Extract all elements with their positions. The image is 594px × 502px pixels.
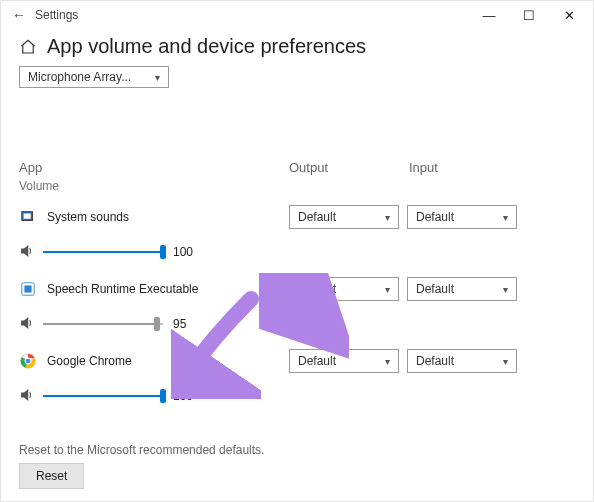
col-app-header: App [19,160,289,175]
speech-runtime-icon [19,280,37,298]
input-select-system-sounds[interactable]: Default▾ [407,205,517,229]
speaker-icon[interactable] [19,315,37,333]
chevron-down-icon: ▾ [503,284,508,295]
back-button[interactable]: ← [5,7,33,23]
app-name-label: System sounds [47,210,129,224]
volume-label: Volume [1,175,593,199]
col-output-header: Output [289,160,409,175]
page-title: App volume and device preferences [47,35,366,58]
app-name-label: Speech Runtime Executable [47,282,198,296]
chevron-down-icon: ▾ [385,356,390,367]
input-value: Default [416,210,454,224]
chevron-down-icon: ▾ [385,212,390,223]
slider-track[interactable] [43,316,163,332]
volume-slider-google-chrome[interactable]: 100 [19,387,575,405]
svg-rect-1 [24,213,31,218]
google-chrome-icon [19,352,37,370]
app-name: Settings [33,8,469,22]
slider-value: 100 [173,245,193,259]
chevron-down-icon: ▾ [503,356,508,367]
input-value: Default [416,282,454,296]
minimize-button[interactable]: — [469,8,509,23]
svg-point-5 [25,358,31,364]
column-headers: App Output Input [1,160,593,175]
svg-rect-3 [24,285,31,292]
speaker-icon[interactable] [19,243,37,261]
system-sounds-icon [19,208,37,226]
input-select-google-chrome[interactable]: Default▾ [407,349,517,373]
page-header: App volume and device preferences [1,29,593,62]
app-row-speech-runtime: Speech Runtime Executable Default▾ Defau… [19,277,575,301]
app-row-system-sounds: System sounds Default▾ Default▾ [19,205,575,229]
chevron-down-icon: ▾ [385,284,390,295]
window-controls: — ☐ ✕ [469,8,589,23]
input-device-row: Microphone Array... ▾ [1,62,593,88]
home-icon[interactable] [19,38,37,56]
input-select-speech-runtime[interactable]: Default▾ [407,277,517,301]
volume-slider-speech-runtime[interactable]: 95 [19,315,575,333]
close-button[interactable]: ✕ [549,8,589,23]
col-input-header: Input [409,160,529,175]
app-row-google-chrome: Google Chrome Default▾ Default▾ [19,349,575,373]
input-device-combo[interactable]: Microphone Array... ▾ [19,66,169,88]
slider-track[interactable] [43,388,163,404]
output-select-speech-runtime[interactable]: Default▾ [289,277,399,301]
apps-section: System sounds Default▾ Default▾ 100 Spee… [1,205,593,405]
footer: Reset to the Microsoft recommended defau… [19,443,264,489]
output-value: Default [298,354,336,368]
output-select-system-sounds[interactable]: Default▾ [289,205,399,229]
titlebar: ← Settings — ☐ ✕ [1,1,593,29]
maximize-button[interactable]: ☐ [509,8,549,23]
volume-slider-system-sounds[interactable]: 100 [19,243,575,261]
slider-value: 95 [173,317,186,331]
input-value: Default [416,354,454,368]
app-name-label: Google Chrome [47,354,132,368]
reset-button[interactable]: Reset [19,463,84,489]
output-value: Default [298,282,336,296]
speaker-icon[interactable] [19,387,37,405]
chevron-down-icon: ▾ [155,72,160,83]
input-device-value: Microphone Array... [28,70,131,84]
footer-text: Reset to the Microsoft recommended defau… [19,443,264,457]
output-select-google-chrome[interactable]: Default▾ [289,349,399,373]
output-value: Default [298,210,336,224]
slider-track[interactable] [43,244,163,260]
chevron-down-icon: ▾ [503,212,508,223]
slider-value: 100 [173,389,193,403]
